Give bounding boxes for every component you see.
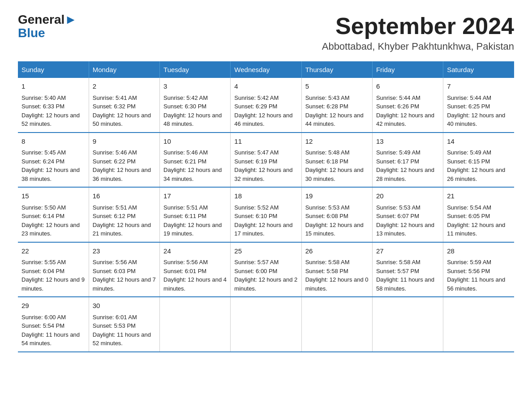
daylight-duration: Daylight: 12 hours and 32 minutes. bbox=[234, 167, 292, 182]
daylight-duration: Daylight: 12 hours and 7 minutes. bbox=[93, 276, 156, 292]
header-thursday: Thursday bbox=[301, 61, 372, 78]
calendar-cell: 4Sunrise: 5:42 AMSunset: 6:29 PMDaylight… bbox=[231, 78, 301, 133]
day-number: 6 bbox=[376, 81, 439, 92]
logo-triangle-icon: ► bbox=[64, 13, 77, 26]
sunset-time: Sunset: 5:57 PM bbox=[376, 268, 419, 274]
sunrise-time: Sunrise: 5:50 AM bbox=[21, 204, 66, 211]
sunrise-time: Sunrise: 6:00 AM bbox=[21, 314, 66, 321]
calendar-header-row: SundayMondayTuesdayWednesdayThursdayFrid… bbox=[18, 61, 514, 78]
daylight-duration: Daylight: 12 hours and 19 minutes. bbox=[163, 222, 222, 237]
sunrise-time: Sunrise: 5:46 AM bbox=[163, 149, 208, 156]
calendar-cell bbox=[160, 297, 231, 352]
day-number: 7 bbox=[447, 81, 511, 92]
sunrise-time: Sunrise: 5:47 AM bbox=[234, 149, 279, 156]
calendar-cell: 16Sunrise: 5:51 AMSunset: 6:12 PMDayligh… bbox=[89, 187, 159, 242]
sunset-time: Sunset: 6:21 PM bbox=[163, 158, 206, 165]
day-number: 25 bbox=[234, 246, 297, 257]
calendar-cell bbox=[372, 297, 443, 352]
header-wednesday: Wednesday bbox=[231, 61, 301, 78]
sunset-time: Sunset: 5:54 PM bbox=[21, 322, 64, 329]
daylight-duration: Daylight: 12 hours and 21 minutes. bbox=[93, 222, 151, 237]
sunrise-time: Sunrise: 5:52 AM bbox=[234, 204, 279, 211]
sunset-time: Sunset: 6:24 PM bbox=[21, 158, 64, 165]
day-number: 17 bbox=[163, 191, 227, 201]
calendar-cell: 1Sunrise: 5:40 AMSunset: 6:33 PMDaylight… bbox=[18, 78, 89, 133]
day-number: 15 bbox=[21, 191, 85, 201]
header-saturday: Saturday bbox=[443, 61, 514, 78]
daylight-duration: Daylight: 12 hours and 26 minutes. bbox=[447, 167, 505, 182]
calendar-cell bbox=[443, 297, 514, 352]
logo-text-bottom: Blue bbox=[18, 27, 45, 39]
sunset-time: Sunset: 6:05 PM bbox=[447, 213, 490, 219]
daylight-duration: Daylight: 12 hours and 34 minutes. bbox=[163, 167, 222, 182]
daylight-duration: Daylight: 12 hours and 46 minutes. bbox=[234, 112, 292, 128]
daylight-duration: Daylight: 12 hours and 17 minutes. bbox=[234, 222, 292, 237]
calendar-week-1: 1Sunrise: 5:40 AMSunset: 6:33 PMDaylight… bbox=[18, 78, 514, 133]
day-number: 22 bbox=[21, 246, 85, 257]
day-number: 28 bbox=[447, 246, 511, 257]
header-sunday: Sunday bbox=[18, 61, 89, 78]
sunset-time: Sunset: 5:58 PM bbox=[305, 268, 348, 274]
sunrise-time: Sunrise: 5:56 AM bbox=[93, 259, 137, 265]
calendar-cell: 10Sunrise: 5:46 AMSunset: 6:21 PMDayligh… bbox=[160, 133, 231, 188]
sunrise-time: Sunrise: 5:43 AM bbox=[305, 94, 350, 101]
daylight-duration: Daylight: 12 hours and 30 minutes. bbox=[305, 167, 364, 182]
sunrise-time: Sunrise: 5:44 AM bbox=[376, 94, 420, 101]
sunrise-time: Sunrise: 5:44 AM bbox=[447, 94, 491, 101]
sunrise-time: Sunrise: 5:40 AM bbox=[21, 94, 66, 101]
sunrise-time: Sunrise: 5:57 AM bbox=[234, 259, 279, 265]
sunset-time: Sunset: 5:56 PM bbox=[447, 268, 490, 274]
daylight-duration: Daylight: 12 hours and 36 minutes. bbox=[93, 167, 151, 182]
calendar-title: September 2024 bbox=[322, 13, 514, 39]
sunrise-time: Sunrise: 5:49 AM bbox=[376, 149, 420, 156]
day-number: 27 bbox=[376, 246, 439, 257]
calendar-week-4: 22Sunrise: 5:55 AMSunset: 6:04 PMDayligh… bbox=[18, 242, 514, 297]
calendar-cell: 14Sunrise: 5:49 AMSunset: 6:15 PMDayligh… bbox=[443, 133, 514, 188]
sunset-time: Sunset: 6:18 PM bbox=[305, 158, 348, 165]
day-number: 8 bbox=[21, 137, 85, 147]
day-number: 19 bbox=[305, 191, 369, 201]
sunrise-time: Sunrise: 5:46 AM bbox=[93, 149, 137, 156]
sunrise-time: Sunrise: 6:01 AM bbox=[93, 314, 137, 321]
calendar-week-2: 8Sunrise: 5:45 AMSunset: 6:24 PMDaylight… bbox=[18, 133, 514, 188]
sunset-time: Sunset: 6:10 PM bbox=[234, 213, 277, 219]
sunset-time: Sunset: 6:01 PM bbox=[163, 268, 206, 274]
day-number: 30 bbox=[93, 301, 156, 311]
calendar-cell: 3Sunrise: 5:42 AMSunset: 6:30 PMDaylight… bbox=[160, 78, 231, 133]
sunrise-time: Sunrise: 5:58 AM bbox=[305, 259, 350, 265]
day-number: 5 bbox=[305, 81, 369, 92]
sunset-time: Sunset: 6:29 PM bbox=[234, 103, 277, 110]
sunset-time: Sunset: 6:32 PM bbox=[93, 103, 136, 110]
page-header: General► Blue September 2024 Abbottabad,… bbox=[18, 13, 514, 52]
day-number: 21 bbox=[447, 191, 511, 201]
day-number: 29 bbox=[21, 301, 85, 311]
calendar-cell: 23Sunrise: 5:56 AMSunset: 6:03 PMDayligh… bbox=[89, 242, 159, 297]
calendar-cell bbox=[301, 297, 372, 352]
sunset-time: Sunset: 6:25 PM bbox=[447, 103, 490, 110]
sunset-time: Sunset: 6:00 PM bbox=[234, 268, 277, 274]
calendar-cell: 11Sunrise: 5:47 AMSunset: 6:19 PMDayligh… bbox=[231, 133, 301, 188]
calendar-cell: 6Sunrise: 5:44 AMSunset: 6:26 PMDaylight… bbox=[372, 78, 443, 133]
daylight-duration: Daylight: 12 hours and 9 minutes. bbox=[21, 276, 85, 292]
calendar-cell: 24Sunrise: 5:56 AMSunset: 6:01 PMDayligh… bbox=[160, 242, 231, 297]
header-tuesday: Tuesday bbox=[160, 61, 231, 78]
daylight-duration: Daylight: 12 hours and 15 minutes. bbox=[305, 222, 364, 237]
sunset-time: Sunset: 6:14 PM bbox=[21, 213, 64, 219]
calendar-cell: 18Sunrise: 5:52 AMSunset: 6:10 PMDayligh… bbox=[231, 187, 301, 242]
day-number: 14 bbox=[447, 137, 511, 147]
daylight-duration: Daylight: 11 hours and 54 minutes. bbox=[21, 331, 80, 347]
sunrise-time: Sunrise: 5:56 AM bbox=[163, 259, 208, 265]
calendar-cell: 25Sunrise: 5:57 AMSunset: 6:00 PMDayligh… bbox=[231, 242, 301, 297]
daylight-duration: Daylight: 11 hours and 52 minutes. bbox=[93, 331, 151, 347]
daylight-duration: Daylight: 12 hours and 13 minutes. bbox=[376, 222, 434, 237]
calendar-week-3: 15Sunrise: 5:50 AMSunset: 6:14 PMDayligh… bbox=[18, 187, 514, 242]
calendar-cell: 21Sunrise: 5:54 AMSunset: 6:05 PMDayligh… bbox=[443, 187, 514, 242]
day-number: 24 bbox=[163, 246, 227, 257]
day-number: 13 bbox=[376, 137, 439, 147]
sunrise-time: Sunrise: 5:51 AM bbox=[93, 204, 137, 211]
calendar-cell: 19Sunrise: 5:53 AMSunset: 6:08 PMDayligh… bbox=[301, 187, 372, 242]
sunrise-time: Sunrise: 5:48 AM bbox=[305, 149, 350, 156]
calendar-cell: 29Sunrise: 6:00 AMSunset: 5:54 PMDayligh… bbox=[18, 297, 89, 352]
daylight-duration: Daylight: 12 hours and 44 minutes. bbox=[305, 112, 364, 128]
sunset-time: Sunset: 6:22 PM bbox=[93, 158, 136, 165]
